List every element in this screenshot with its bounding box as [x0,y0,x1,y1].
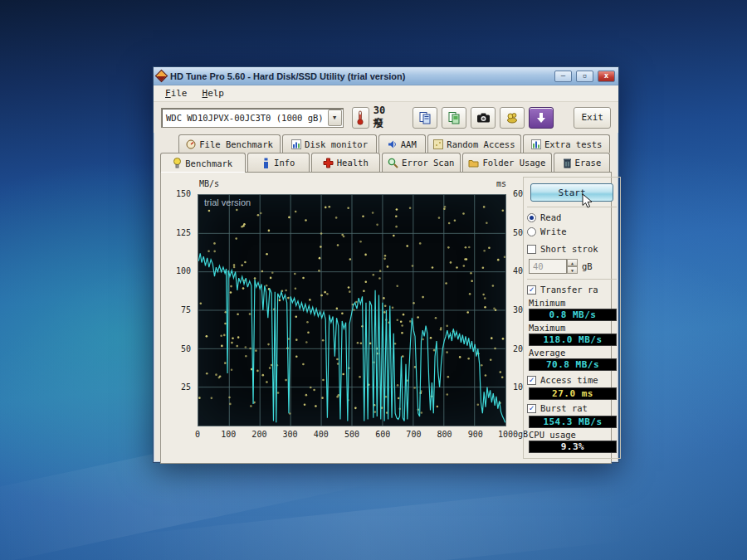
tab-aam[interactable]: AAM [378,134,426,153]
start-button[interactable]: Start [530,183,613,202]
tick-label: 700 [397,430,430,439]
stepper-down-icon[interactable]: ▼ [567,266,578,274]
short-stroke-checkbox[interactable] [527,245,536,254]
access-time-label: Access time [540,375,598,385]
transfer-rate-option[interactable]: ✓ Transfer ra [527,283,617,296]
extra-tests-icon [531,139,541,149]
gauge-icon [186,139,196,149]
hdtune-window: HD Tune Pro 5.60 - Hard Disk/SSD Utility… [153,66,619,463]
exit-button[interactable]: Exit [574,107,611,129]
tab-label: Erase [575,158,602,168]
hdtune-logo-icon [155,70,168,83]
menu-file[interactable]: File [159,86,194,100]
access-time-checkbox[interactable]: ✓ [527,376,536,385]
right-axis-unit: ms [496,179,506,188]
minimum-label: Minimum [529,298,617,308]
cpu-usage-value: 9.3% [529,441,617,453]
tab-label: Folder Usage [482,158,545,168]
tick-label: 500 [335,430,369,439]
temperature-button[interactable] [352,107,369,129]
download-arrow-icon [535,112,547,124]
access-time-value: 27.0 ms [529,387,617,400]
tick-label: 150 [163,189,191,198]
tab-label: Health [337,158,369,168]
tab-strip: File Benchmark Disk monitor AAM [154,133,618,172]
speaker-icon [388,139,398,149]
donate-button[interactable] [500,107,525,129]
capacity-stepper[interactable]: ▲ ▼ [567,259,578,274]
read-radio[interactable] [527,213,536,222]
tick-label: 900 [459,430,492,439]
tab-label: Error Scan [402,158,454,168]
tick-label: 200 [242,430,276,439]
chevron-down-icon[interactable]: ▼ [328,110,342,126]
capacity-unit-label: gB [582,261,593,271]
write-option[interactable]: Write [527,225,617,238]
transfer-rate-checkbox[interactable]: ✓ [527,285,536,295]
copy-image-button[interactable] [442,107,466,129]
tick-label: 75 [163,305,191,314]
monitor-photo: HD Tune Pro 5.60 - Hard Disk/SSD Utility… [0,0,747,560]
update-button[interactable] [529,107,554,129]
close-button[interactable]: x [598,71,615,82]
tab-info[interactable]: Info [247,153,310,172]
burst-rate-checkbox[interactable]: ✓ [527,404,536,413]
drive-selector[interactable]: WDC WD10JPVX-00JC3T0 (1000 gB) ▼ [161,108,344,128]
tab-benchmark[interactable]: Benchmark [160,153,246,173]
tick-label: 800 [428,430,461,439]
average-value: 70.8 MB/s [529,358,617,371]
short-stroke-option[interactable]: Short strok [527,242,617,256]
maximum-label: Maximum [529,323,617,333]
maximize-button[interactable]: ▫ [576,71,593,82]
tick-label: 0 [181,430,214,439]
benchmark-controls: Start Read Write Short strok [523,177,621,459]
read-option[interactable]: Read [527,211,617,224]
burst-rate-option[interactable]: ✓ Burst rat [527,402,617,415]
write-radio[interactable] [527,227,536,236]
tab-random-access[interactable]: Random Access [427,134,522,153]
left-axis-unit: MB/s [199,179,219,188]
tab-erase[interactable]: Erase [554,153,610,172]
divider [527,207,617,207]
thermometer-icon [355,110,365,125]
tab-disk-monitor[interactable]: Disk monitor [282,134,377,153]
copy-icon [418,111,432,124]
burst-rate-value: 154.3 MB/s [529,416,617,428]
tab-error-scan[interactable]: Error Scan [382,153,461,172]
trash-icon [563,158,572,168]
access-time-option[interactable]: ✓ Access time [527,373,617,387]
lightbulb-icon [173,158,182,168]
tab-label: Info [274,158,295,168]
tick-label: 125 [163,228,191,237]
minimum-value: 0.8 MB/s [529,309,617,321]
toolbar: WDC WD10JPVX-00JC3T0 (1000 gB) ▼ 30癈 [154,102,618,133]
camera-icon [476,112,491,124]
toolbar-icon-group [413,107,554,129]
tab-folder-usage[interactable]: Folder Usage [462,153,552,172]
folder-icon [468,158,479,168]
average-label: Average [529,348,617,358]
maximum-value: 118.0 MB/s [529,334,617,346]
tick-label: 400 [305,430,338,439]
capacity-row: 40 ▲ ▼ gB [529,257,617,275]
tick-label: 100 [163,266,191,275]
gold-hand-icon [505,111,519,124]
short-stroke-label: Short strok [540,244,598,254]
capacity-input[interactable]: 40 [529,259,567,274]
tab-extra-tests[interactable]: Extra tests [523,134,610,153]
stepper-up-icon[interactable]: ▲ [567,259,578,266]
info-icon [261,158,271,168]
tab-file-benchmark[interactable]: File Benchmark [178,134,281,153]
title-bar[interactable]: HD Tune Pro 5.60 - Hard Disk/SSD Utility… [154,67,618,85]
divider [527,279,617,280]
copy-text-button[interactable] [413,107,437,129]
tab-health[interactable]: Health [311,153,380,172]
transfer-rate-label: Transfer ra [540,285,598,295]
tab-label: File Benchmark [199,139,273,149]
read-label: Read [540,212,561,222]
trial-watermark: trial version [204,197,251,207]
mouse-cursor-icon [582,193,593,208]
screenshot-button[interactable] [471,107,496,129]
minimize-button[interactable]: – [554,71,572,82]
menu-help[interactable]: Help [196,86,232,100]
